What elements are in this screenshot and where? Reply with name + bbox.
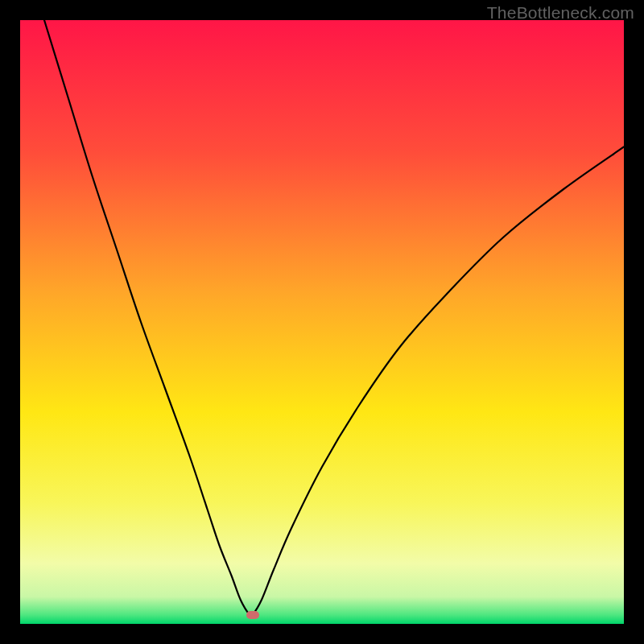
heat-gradient-background xyxy=(20,20,624,624)
watermark-text: TheBottleneck.com xyxy=(487,3,634,23)
chart-stage: TheBottleneck.com xyxy=(0,0,644,644)
plot-area xyxy=(20,20,624,624)
minimum-marker xyxy=(246,611,259,619)
svg-rect-0 xyxy=(20,20,624,624)
